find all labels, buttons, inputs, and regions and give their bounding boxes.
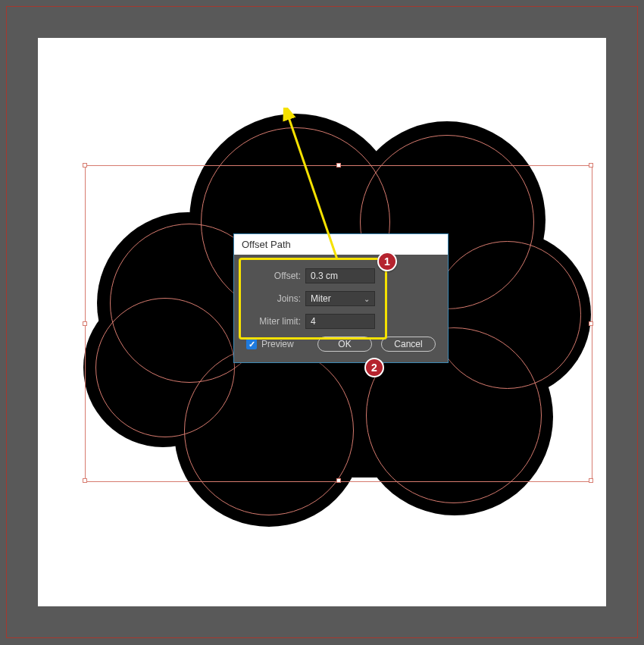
chevron-down-icon: ⌄ xyxy=(364,295,370,303)
dialog-title: Offset Path xyxy=(234,234,448,255)
annotation-badge-1: 1 xyxy=(377,252,397,271)
offset-label: Offset: xyxy=(246,271,301,281)
joins-value: Miter xyxy=(311,293,331,304)
offset-path-dialog: Offset Path Offset: 0.3 cm Joins: Miter … xyxy=(233,233,449,363)
miter-limit-input[interactable]: 4 xyxy=(305,314,375,329)
artboard: Offset Path Offset: 0.3 cm Joins: Miter … xyxy=(38,38,606,606)
ok-button[interactable]: OK xyxy=(317,337,372,352)
offset-input[interactable]: 0.3 cm xyxy=(305,268,375,283)
cancel-button[interactable]: Cancel xyxy=(381,337,436,352)
miter-limit-label: Miter limit: xyxy=(246,316,301,327)
preview-label: Preview xyxy=(261,339,294,349)
preview-checkbox[interactable]: ✓ xyxy=(246,339,257,349)
joins-select[interactable]: Miter ⌄ xyxy=(305,291,375,306)
joins-label: Joins: xyxy=(246,293,301,304)
annotation-badge-2: 2 xyxy=(364,358,384,377)
